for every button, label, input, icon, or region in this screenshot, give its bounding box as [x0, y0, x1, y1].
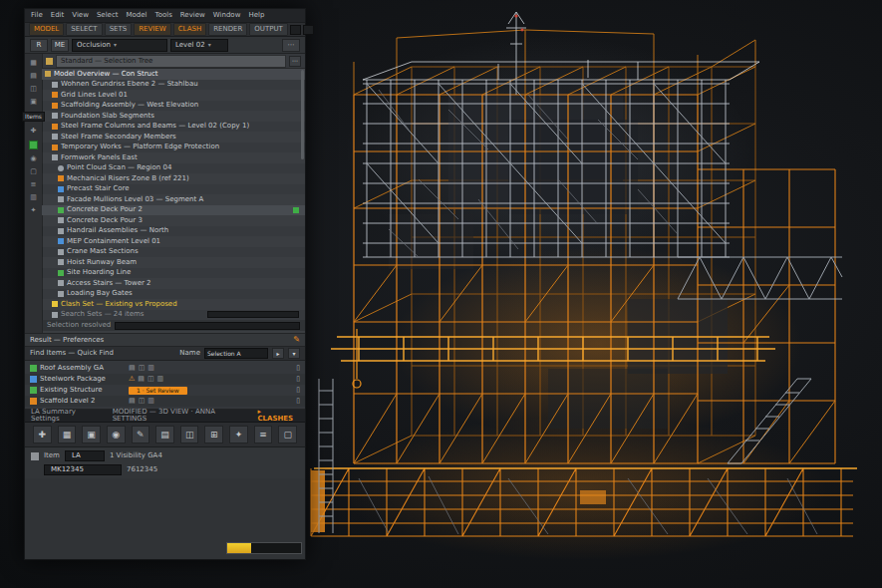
table-row-active[interactable]: Existing Structure 1 · Set Review ▯: [25, 385, 305, 396]
grid-icon[interactable]: ▥: [147, 365, 154, 372]
occlusion-dropdown[interactable]: Occlusion ▾: [72, 39, 167, 52]
find-options-button[interactable]: ▾: [288, 348, 300, 359]
target-icon[interactable]: ◉: [30, 155, 36, 162]
tree-filter-dropdown[interactable]: Standard — Selection Tree: [56, 55, 286, 68]
rows-icon[interactable]: ▤: [129, 398, 136, 405]
page-icon[interactable]: ▯: [296, 376, 300, 383]
document-icon: [52, 113, 58, 119]
tree-row-clash[interactable]: Clash Set — Existing vs Proposed: [42, 299, 305, 310]
menu-select[interactable]: Select: [97, 12, 119, 19]
box-icon[interactable]: ▢: [30, 168, 37, 175]
tree-row[interactable]: Mechanical Risers Zone B (ref 221): [42, 173, 305, 184]
tree-row[interactable]: Formwork Panels East: [42, 152, 305, 163]
tree-row[interactable]: Steel Frame Secondary Members: [42, 132, 305, 143]
page-icon[interactable]: ▯: [296, 398, 300, 405]
tree-row[interactable]: Handrail Assemblies — North: [42, 226, 305, 237]
tab-model[interactable]: MODEL: [29, 23, 64, 36]
grid-icon[interactable]: ▦: [30, 60, 37, 67]
me-tool-button[interactable]: ME: [51, 39, 69, 52]
menu-tools[interactable]: Tools: [155, 12, 172, 19]
item-code-field[interactable]: LA: [65, 450, 105, 461]
item-id-field[interactable]: MK12345: [44, 464, 122, 475]
tab-select[interactable]: SELECT: [66, 23, 102, 36]
star-icon[interactable]: ✦: [229, 426, 248, 443]
tree-row[interactable]: Site Hoarding Line: [42, 268, 305, 279]
tab-sets[interactable]: SETS: [105, 23, 133, 36]
minimize-button[interactable]: [290, 25, 301, 35]
clashes-link[interactable]: ▸ CLASHES: [257, 409, 299, 423]
tree-row[interactable]: Crane Mast Sections: [42, 247, 305, 258]
table-row[interactable]: Roof Assembly GA ▤ ◫ ▥ ▯: [25, 363, 305, 374]
panel-icon[interactable]: ◫: [139, 398, 146, 405]
table-row[interactable]: Scaffold Level 2 ▤ ◫ ▥ ▯: [25, 396, 305, 407]
tree-row[interactable]: Temporary Works — Platform Edge Protecti…: [42, 143, 305, 153]
table-icon[interactable]: ▥: [30, 194, 37, 201]
tree-row-label: Handrail Assemblies — North: [67, 227, 168, 234]
menu-edit[interactable]: Edit: [51, 12, 65, 19]
tree-row[interactable]: Precast Stair Core: [42, 184, 305, 195]
edit-icon[interactable]: ✎: [132, 426, 150, 443]
layers-icon[interactable]: ▣: [82, 426, 101, 443]
rows-icon[interactable]: ▤: [30, 73, 37, 80]
tab-review[interactable]: REVIEW: [134, 23, 170, 36]
tab-render[interactable]: RENDER: [208, 23, 247, 36]
edit-pencil-icon[interactable]: ✎: [293, 336, 300, 344]
tree-more-button[interactable]: ⋯: [289, 56, 301, 67]
add-icon[interactable]: ✚: [31, 128, 37, 135]
panel-icon[interactable]: ◫: [147, 376, 154, 383]
menu-review[interactable]: Review: [180, 12, 205, 19]
tree-row[interactable]: Grid Lines Level 01: [42, 90, 305, 101]
menu-view[interactable]: View: [72, 12, 89, 19]
tree-row[interactable]: MEP Containment Level 01: [42, 236, 305, 247]
tree-row[interactable]: Model Overview — Con Struct: [42, 69, 305, 80]
options-button[interactable]: ⋯: [282, 39, 300, 52]
tree-row[interactable]: Facade Mullions Level 03 — Segment A: [42, 194, 305, 205]
panel-icon[interactable]: ◫: [30, 86, 37, 93]
table-icon[interactable]: ⊞: [204, 426, 223, 443]
tree-row-selected[interactable]: Concrete Deck Pour 2: [42, 205, 305, 216]
tree-row[interactable]: Access Stairs — Tower 2: [42, 278, 305, 289]
tab-output[interactable]: OUTPUT: [249, 23, 288, 36]
r-tool-button[interactable]: R: [30, 39, 48, 52]
active-set-pill[interactable]: 1 · Set Review: [129, 387, 187, 395]
tree-row[interactable]: Search Sets — 24 items: [42, 310, 305, 321]
target-icon[interactable]: ◉: [107, 426, 126, 443]
star-icon[interactable]: ✦: [31, 207, 37, 214]
tree-row[interactable]: Foundation Slab Segments: [42, 111, 305, 122]
tree-row[interactable]: Hoist Runway Beam: [42, 257, 305, 268]
panel-icon[interactable]: ◫: [139, 365, 146, 372]
level-dropdown[interactable]: Level 02 ▾: [170, 39, 228, 52]
box-icon[interactable]: ▢: [278, 426, 297, 443]
grid-icon[interactable]: ▥: [157, 376, 164, 383]
menu-file[interactable]: File: [31, 12, 43, 19]
page-icon[interactable]: ▯: [296, 387, 300, 394]
add-icon[interactable]: ✚: [33, 426, 52, 443]
tree-row[interactable]: Steel Frame Columns and Beams — Level 02…: [42, 122, 305, 133]
tree-row[interactable]: Concrete Deck Pour 3: [42, 215, 305, 226]
tree-row[interactable]: Wohnen Grundriss Ebene 2 — Stahlbau: [42, 80, 305, 91]
tree-scrollbar[interactable]: [301, 70, 304, 159]
grid-icon[interactable]: ▥: [147, 398, 154, 405]
table-row[interactable]: Steelwork Package ⚠ ▤ ◫ ▥ ▯: [25, 374, 305, 385]
menu-icon[interactable]: ≡: [31, 181, 37, 188]
menu-icon[interactable]: ≡: [254, 426, 273, 443]
tab-clash[interactable]: CLASH: [173, 23, 206, 36]
menu-help[interactable]: Help: [248, 12, 264, 19]
find-run-button[interactable]: ▸: [272, 348, 284, 359]
block-icon: [58, 207, 64, 213]
rows-icon[interactable]: ▤: [129, 365, 136, 372]
rows-icon[interactable]: ▤: [155, 426, 174, 443]
rows-icon[interactable]: ▤: [138, 376, 145, 383]
panel-icon[interactable]: ◫: [180, 426, 199, 443]
tree-row[interactable]: Scaffolding Assembly — West Elevation: [42, 101, 305, 112]
document-icon: [58, 196, 64, 202]
grid-icon[interactable]: ▦: [58, 426, 77, 443]
close-button[interactable]: [303, 25, 314, 35]
menu-model[interactable]: Model: [127, 12, 147, 19]
layers-icon[interactable]: ▣: [30, 99, 37, 106]
tree-row[interactable]: Point Cloud Scan — Region 04: [42, 163, 305, 174]
tree-row[interactable]: Loading Bay Gates: [42, 289, 305, 300]
menu-window[interactable]: Window: [213, 12, 241, 19]
page-icon[interactable]: ▯: [296, 365, 300, 372]
name-input[interactable]: [204, 348, 268, 359]
